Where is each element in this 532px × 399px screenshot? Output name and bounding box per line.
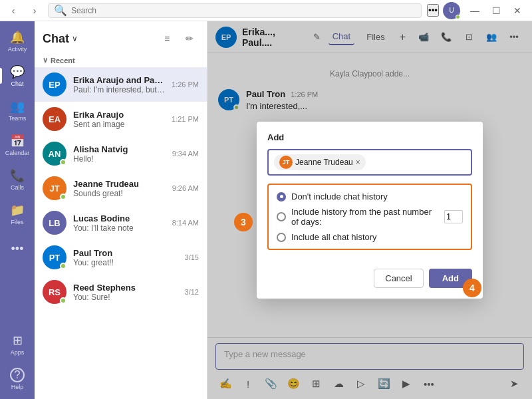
chat-title-wrap: Chat ∨ xyxy=(43,32,78,46)
chat-preview: Sounds great! xyxy=(73,189,166,198)
sidebar-item-calendar-label: Calendar xyxy=(5,150,30,156)
sidebar-item-apps-label: Apps xyxy=(11,349,25,356)
sidebar-item-activity[interactable]: 🔔 Activity xyxy=(0,24,35,59)
avatar: EP xyxy=(43,72,66,96)
sidebar-item-files[interactable]: 📁 Files xyxy=(0,197,35,231)
chat-item[interactable]: JT Jeanne Trudeau Sounds great! 9:26 AM xyxy=(35,171,207,205)
apps-icon: ⊞ xyxy=(13,333,23,348)
chat-list-actions: ≡ ✏ xyxy=(158,29,199,48)
activity-icon: 🔔 xyxy=(10,30,25,45)
radio-no-history[interactable] xyxy=(277,192,286,201)
tag-name: Jeanne Trudeau xyxy=(295,158,353,167)
chat-preview: You: I'll take note xyxy=(73,223,166,233)
sidebar-item-teams[interactable]: 👥 Teams xyxy=(0,93,35,128)
cancel-button[interactable]: Cancel xyxy=(374,269,423,288)
modal-options: Don't include chat history Include histo… xyxy=(267,184,472,250)
recent-section-label: ∨ Recent xyxy=(35,53,207,67)
more-icon: ••• xyxy=(11,242,24,256)
close-button[interactable]: ✕ xyxy=(508,1,527,20)
status-dot xyxy=(60,263,66,269)
sidebar-item-calls[interactable]: 📞 Calls xyxy=(0,162,35,197)
chat-name: Jeanne Trudeau xyxy=(73,179,166,189)
radio-history-days[interactable] xyxy=(277,212,286,221)
status-dot xyxy=(60,159,66,166)
more-options-button[interactable]: ••• xyxy=(427,4,439,17)
modal-input-area[interactable]: JT Jeanne Trudeau × xyxy=(267,149,472,176)
chat-list-panel: Chat ∨ ≡ ✏ ∨ Recent EP Erika Araujo and … xyxy=(35,21,207,399)
chat-item[interactable]: RS Reed Stephens You: Sure! 3/12 xyxy=(35,275,207,309)
chat-time: 1:21 PM xyxy=(172,115,199,123)
option-history-days-label: Include history from the past number of … xyxy=(291,207,436,227)
chat-name: Erika Araujo and Paul ... xyxy=(73,75,165,85)
sidebar-item-files-label: Files xyxy=(11,219,23,225)
calendar-icon: 📅 xyxy=(10,134,25,148)
step-3-badge: 3 xyxy=(234,213,253,231)
option-history-days[interactable]: Include history from the past number of … xyxy=(277,207,463,227)
modal-tag: JT Jeanne Trudeau × xyxy=(274,154,366,170)
chat-time: 1:26 PM xyxy=(172,80,199,88)
back-button[interactable]: ‹ xyxy=(5,3,21,19)
chat-preview: Hello! xyxy=(73,154,166,164)
minimize-button[interactable]: — xyxy=(466,1,484,20)
left-navigation: 🔔 Activity 💬 Chat 👥 Teams 📅 Calendar 📞 C… xyxy=(0,21,35,399)
sidebar-item-calendar[interactable]: 📅 Calendar xyxy=(0,128,35,162)
sidebar-item-apps[interactable]: ⊞ Apps xyxy=(0,327,35,362)
avatar: RS xyxy=(43,280,66,304)
tag-close-button[interactable]: × xyxy=(356,158,360,167)
chat-time: 9:34 AM xyxy=(172,150,199,158)
modal-actions-container: Cancel Add 4 xyxy=(267,269,472,288)
main-chat-area: EP Erika..., Paul.... ✎ Chat Files + 📹 📞… xyxy=(207,21,532,399)
chat-info: Erika Araujo Sent an image xyxy=(73,110,165,129)
chat-name: Reed Stephens xyxy=(73,283,178,293)
help-icon: ? xyxy=(10,368,25,382)
maximize-button[interactable]: ☐ xyxy=(487,1,505,20)
options-wrap: 3 Don't include chat history Include his… xyxy=(267,184,472,261)
sidebar-item-chat[interactable]: 💬 Chat xyxy=(0,59,35,93)
avatar: AN xyxy=(43,142,66,166)
filter-button[interactable]: ≡ xyxy=(158,29,176,48)
chat-name: Alisha Natvig xyxy=(73,144,166,154)
window-controls: — ☐ ✕ xyxy=(466,1,527,20)
sidebar-item-calls-label: Calls xyxy=(11,184,24,191)
chat-name: Lucas Bodine xyxy=(73,213,166,223)
chat-preview: Paul: I'm interested, but do... xyxy=(73,85,165,94)
chat-name: Erika Araujo xyxy=(73,110,165,120)
option-no-history[interactable]: Don't include chat history xyxy=(277,192,463,201)
option-all-history[interactable]: Include all chat history xyxy=(277,232,463,242)
compose-button[interactable]: ✏ xyxy=(180,29,199,48)
avatar: JT xyxy=(43,176,66,200)
modal-title: Add xyxy=(267,132,472,142)
step-4-badge: 4 xyxy=(463,279,481,297)
radio-all-history[interactable] xyxy=(277,233,286,242)
search-input[interactable] xyxy=(71,6,416,15)
forward-button[interactable]: › xyxy=(27,3,43,19)
title-bar-navigation: ‹ › xyxy=(5,3,43,19)
search-icon: 🔍 xyxy=(54,4,67,17)
avatar: PT xyxy=(43,245,66,269)
modal-overlay: Add JT Jeanne Trudeau × 3 xyxy=(207,21,532,399)
section-chevron-icon: ∨ xyxy=(43,56,48,65)
sidebar-item-more[interactable]: ••• xyxy=(0,231,35,266)
chat-item[interactable]: EP Erika Araujo and Paul ... Paul: I'm i… xyxy=(35,67,207,102)
teams-icon: 👥 xyxy=(10,99,25,114)
chat-item[interactable]: EA Erika Araujo Sent an image 1:21 PM xyxy=(35,102,207,136)
status-dot xyxy=(60,297,66,304)
avatar: EA xyxy=(43,107,66,131)
search-bar[interactable]: 🔍 xyxy=(48,3,422,18)
main-layout: 🔔 Activity 💬 Chat 👥 Teams 📅 Calendar 📞 C… xyxy=(0,21,532,399)
chat-item[interactable]: AN Alisha Natvig Hello! 9:34 AM xyxy=(35,136,207,171)
option-all-history-label: Include all chat history xyxy=(291,232,377,242)
chat-icon: 💬 xyxy=(10,65,25,79)
user-avatar[interactable]: U xyxy=(443,2,460,19)
history-days-input[interactable] xyxy=(444,210,463,223)
section-label-text: Recent xyxy=(51,57,75,65)
chat-item[interactable]: LB Lucas Bodine You: I'll take note 8:14… xyxy=(35,205,207,240)
user-avatar-initials: U xyxy=(449,7,454,14)
sidebar-item-help[interactable]: ? Help xyxy=(0,362,35,396)
chat-title-chevron-icon: ∨ xyxy=(72,34,78,43)
chat-info: Reed Stephens You: Sure! xyxy=(73,283,178,302)
chat-item[interactable]: PT Paul Tron You: great!! 3/15 xyxy=(35,240,207,275)
chat-preview: You: great!! xyxy=(73,258,178,267)
chat-list-header: Chat ∨ ≡ ✏ xyxy=(35,21,207,53)
chat-preview: Sent an image xyxy=(73,120,165,129)
